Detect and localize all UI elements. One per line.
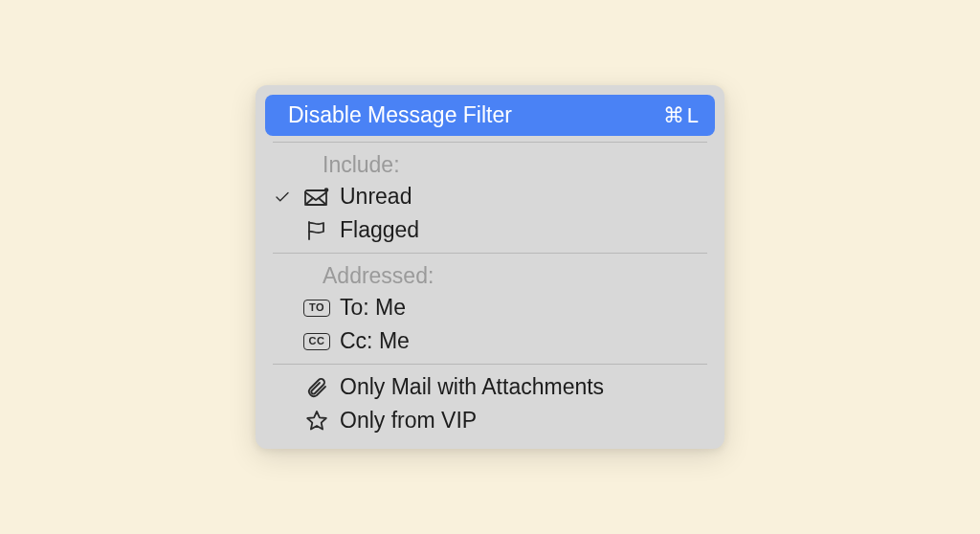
disable-filter-item[interactable]: Disable Message Filter ⌘L: [265, 95, 715, 136]
filter-attachments-label: Only Mail with Attachments: [340, 374, 707, 400]
svg-point-1: [324, 188, 329, 192]
divider: [273, 142, 707, 143]
paperclip-icon: [303, 376, 330, 399]
disable-filter-label: Disable Message Filter: [288, 102, 663, 128]
filter-flagged-item[interactable]: Flagged: [265, 213, 715, 247]
filter-vip-label: Only from VIP: [340, 408, 707, 434]
check-icon: [271, 189, 294, 206]
cc-badge-icon: CC: [303, 333, 330, 350]
envelope-unread-icon: [303, 188, 330, 207]
shortcut-key: L: [687, 103, 700, 128]
addressed-header: Addressed:: [265, 259, 715, 291]
filter-attachments-item[interactable]: Only Mail with Attachments: [265, 370, 715, 404]
filter-cc-me-item[interactable]: CC Cc: Me: [265, 324, 715, 358]
filter-menu: Disable Message Filter ⌘L Include: Unrea…: [256, 85, 724, 449]
filter-flagged-label: Flagged: [340, 217, 707, 243]
filter-vip-item[interactable]: Only from VIP: [265, 404, 715, 437]
star-icon: [303, 410, 330, 433]
flag-icon: [303, 220, 330, 241]
filter-unread-label: Unread: [340, 184, 707, 210]
filter-unread-item[interactable]: Unread: [265, 180, 715, 213]
filter-to-me-item[interactable]: TO To: Me: [265, 291, 715, 324]
include-header: Include:: [265, 148, 715, 180]
command-icon: ⌘: [663, 105, 685, 126]
shortcut-label: ⌘L: [663, 103, 700, 128]
to-badge-icon: TO: [303, 300, 330, 317]
divider: [273, 253, 707, 254]
divider: [273, 364, 707, 365]
filter-cc-me-label: Cc: Me: [340, 328, 707, 354]
filter-to-me-label: To: Me: [340, 295, 707, 321]
